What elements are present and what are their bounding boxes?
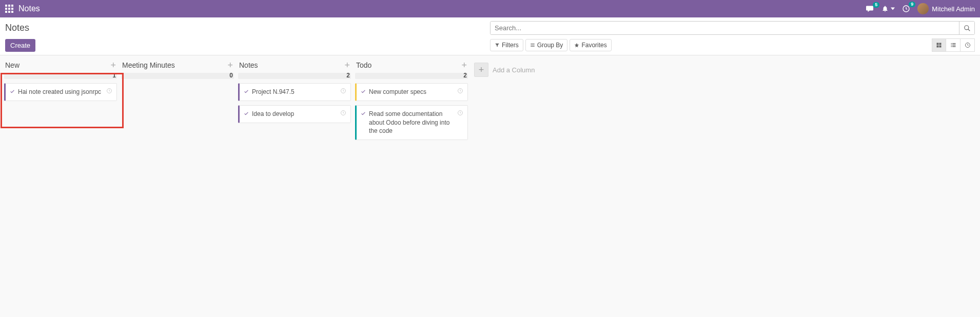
kanban-column: New + 1 Hai note created using jsonrpc [4,60,117,101]
column-add-icon[interactable]: + [461,61,467,70]
search-button[interactable] [959,22,974,34]
column-count: 2 [463,72,467,79]
kanban-card[interactable]: Hai note created using jsonrpc [4,83,117,101]
user-name-label: Mitchell Admin [932,5,975,13]
search-box [490,21,975,35]
apps-icon[interactable] [5,5,13,13]
column-title[interactable]: Notes [239,61,258,69]
kanban-view-button[interactable] [932,38,946,52]
svg-rect-4 [939,43,942,45]
app-title: Notes [18,4,40,13]
kanban-board: New + 1 Hai note created using jsonrpc M… [0,55,980,144]
kanban-column: Meeting Minutes + 0 [121,60,234,80]
svg-rect-7 [951,43,952,44]
svg-rect-6 [939,46,942,48]
activities-badge: 9 [909,2,915,7]
svg-line-2 [968,29,970,31]
add-column-button[interactable]: + [474,63,488,77]
add-column-label[interactable]: Add a Column [493,66,535,74]
svg-rect-5 [937,46,939,48]
clock-icon[interactable] [457,88,463,94]
card-text: Project N.947.5 [252,88,337,96]
filters-label: Filters [502,42,519,49]
groupby-label: Group By [537,42,563,49]
svg-rect-3 [937,43,939,45]
clock-icon[interactable] [340,88,346,94]
svg-rect-12 [952,46,956,47]
kanban-card[interactable]: Read some documentation about Odoo befor… [355,105,468,140]
notifications-icon[interactable] [881,5,895,13]
card-text: New computer specs [369,88,454,96]
column-progress-bar: 0 [121,73,234,79]
column-title[interactable]: Todo [356,61,371,69]
column-title[interactable]: Meeting Minutes [122,61,175,69]
favorites-button[interactable]: Favorites [570,39,611,51]
kanban-column: Todo + 2 New computer specs Read some do… [355,60,468,140]
add-column: + Add a Column [472,60,537,80]
list-view-button[interactable] [946,38,961,52]
avatar [917,3,929,14]
column-add-icon[interactable]: + [344,61,350,70]
activities-icon[interactable]: 9 [902,5,910,13]
view-switcher [932,38,975,52]
svg-rect-11 [951,46,952,47]
column-add-icon[interactable]: + [110,61,116,70]
check-icon [361,89,366,94]
card-text: Hai note created using jsonrpc [18,88,103,96]
breadcrumb: Notes [5,21,29,35]
svg-point-1 [964,25,968,29]
check-icon [244,111,249,116]
messages-badge: 5 [873,2,879,8]
messages-icon[interactable]: 5 [865,5,874,12]
kanban-card[interactable]: New computer specs [355,83,468,101]
column-title[interactable]: New [5,61,19,69]
column-count: 2 [346,72,350,79]
check-icon [10,89,15,94]
clock-icon[interactable] [106,88,112,94]
column-count: 1 [112,72,116,79]
check-icon [361,111,366,116]
svg-rect-8 [952,43,956,44]
control-panel: Notes Create Filters Group By Favorit [0,17,980,55]
create-button[interactable]: Create [5,39,35,52]
card-text: Read some documentation about Odoo befor… [369,110,454,135]
favorites-label: Favorites [581,42,606,49]
kanban-column: Notes + 2 Project N.947.5 Idea to develo… [238,60,351,123]
clock-icon[interactable] [340,110,346,116]
column-count: 0 [229,72,233,79]
column-add-icon[interactable]: + [227,61,233,70]
user-menu[interactable]: Mitchell Admin [917,3,975,14]
search-input[interactable] [491,22,959,34]
column-progress-bar: 2 [355,73,468,79]
column-progress-bar: 2 [238,73,351,79]
groupby-button[interactable]: Group By [525,39,568,51]
card-text: Idea to develop [252,110,337,118]
column-progress-bar: 1 [4,73,117,79]
caret-down-icon [891,7,895,11]
filters-button[interactable]: Filters [490,39,523,51]
check-icon [244,89,249,94]
clock-icon[interactable] [457,110,463,116]
svg-rect-10 [952,45,956,46]
svg-rect-9 [951,45,952,46]
kanban-card[interactable]: Project N.947.5 [238,83,351,101]
kanban-card[interactable]: Idea to develop [238,105,351,123]
topbar: Notes 5 9 Mitchell Admin [0,0,980,17]
activity-view-button[interactable] [961,38,975,52]
